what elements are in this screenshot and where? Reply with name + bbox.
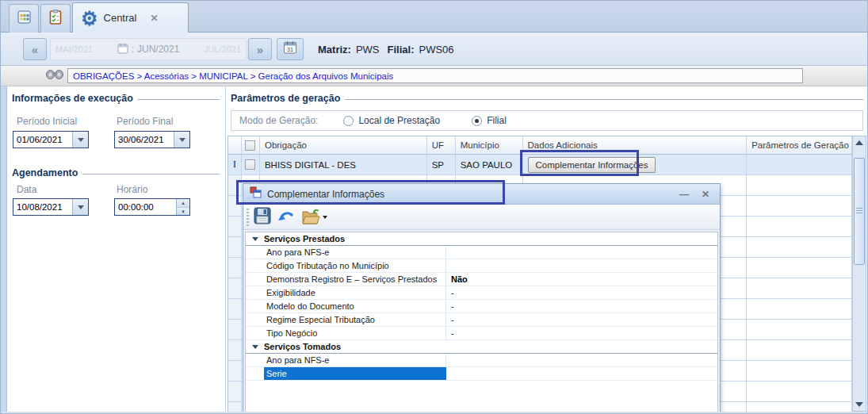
exec-section-title: Informações de execução: [12, 93, 133, 104]
property-value[interactable]: [446, 259, 717, 272]
property-row-serie[interactable]: Serie: [246, 367, 717, 381]
agendamento-section-title: Agendamento: [12, 167, 78, 178]
header-dados-adicionais[interactable]: Dados Adicionais: [523, 136, 748, 155]
data-dropdown[interactable]: [72, 199, 88, 215]
property-name: Ano para NFS-e: [264, 246, 446, 259]
scrollbar-thumb[interactable]: [854, 158, 865, 265]
property-row[interactable]: Ano para NFS-e: [246, 354, 717, 367]
radio-local-label: Local de Prestação: [358, 115, 440, 126]
cell-obrigacao: BHISS DIGITAL - DES: [260, 155, 427, 175]
dialog-toolbar: [243, 205, 720, 230]
property-value[interactable]: -: [446, 327, 717, 339]
row-checkbox[interactable]: [245, 159, 255, 170]
periodo-inicial-field[interactable]: 01/06/2021: [13, 131, 89, 148]
periodo-inicial-label: Período Inicial: [17, 116, 77, 127]
property-value[interactable]: [446, 354, 717, 366]
radio-selected-icon: [472, 116, 482, 126]
clipboard-icon: [49, 10, 62, 28]
next-period-button[interactable]: »: [248, 38, 272, 60]
header-obrigacao[interactable]: Obrigação: [260, 136, 427, 155]
header-uf[interactable]: UF: [427, 136, 456, 155]
row-indicator-cell: I: [228, 155, 242, 175]
property-value[interactable]: [446, 246, 717, 259]
collapse-icon[interactable]: [252, 345, 258, 349]
periodo-final-dropdown[interactable]: [174, 132, 189, 148]
calendar-button[interactable]: 31: [277, 38, 304, 60]
property-row[interactable]: Modelo do Documento -: [246, 300, 717, 313]
radio-unselected-icon: [343, 116, 354, 126]
group-servicos-tomados[interactable]: Serviços Tomados: [246, 340, 717, 354]
property-value[interactable]: Não: [446, 273, 717, 286]
tab-central[interactable]: ⚙ Central ✕: [72, 2, 189, 33]
tab-tasks[interactable]: [40, 4, 71, 33]
horario-spinner[interactable]: ▴ ▾: [176, 199, 189, 215]
data-value: 10/08/2021: [13, 199, 72, 215]
property-value[interactable]: -: [446, 313, 717, 326]
header-parametros[interactable]: Parâmetros de Geração: [747, 136, 852, 155]
periodo-final-label: Período Final: [117, 116, 173, 127]
property-name: Serie: [264, 367, 446, 380]
table-scrollbar[interactable]: [852, 136, 866, 412]
breadcrumb[interactable]: OBRIGAÇÕES > Acessórias > MUNICIPAL > Ge…: [67, 68, 803, 83]
property-value[interactable]: [446, 367, 717, 380]
property-row[interactable]: Código Tributação no Município: [246, 259, 717, 273]
gear-icon: ⚙: [81, 9, 98, 28]
row-checkbox-cell[interactable]: [242, 155, 260, 175]
tab-close-icon[interactable]: ✕: [150, 13, 158, 24]
undo-button[interactable]: [277, 206, 296, 228]
periodo-inicial-value: 01/06/2021: [13, 132, 72, 148]
header-checkbox-cell[interactable]: [242, 136, 260, 155]
panel-divider: [225, 86, 226, 412]
horario-field[interactable]: 00:00:00 ▴ ▾: [114, 198, 190, 216]
grid-icon: [17, 10, 31, 27]
header-municipio[interactable]: Município: [456, 136, 523, 155]
property-row[interactable]: Demonstra Registro E – Serviços Prestado…: [246, 273, 717, 286]
previous-period-button[interactable]: «: [23, 38, 47, 60]
cell-municipio: SAO PAULO: [456, 155, 523, 175]
spin-down-icon[interactable]: ▾: [177, 208, 189, 216]
exec-section-header: Informações de execução: [12, 93, 220, 104]
close-icon[interactable]: ✕: [698, 189, 713, 200]
table-row[interactable]: I BHISS DIGITAL - DES SP SAO PAULO Compl…: [228, 155, 852, 175]
property-name: Tipo Negócio: [264, 327, 446, 339]
chevron-down-icon: [78, 205, 84, 209]
property-name: Exigibilidade: [264, 286, 446, 299]
spin-up-icon[interactable]: ▴: [177, 199, 189, 208]
property-row[interactable]: Regime Especial Tributação -: [246, 313, 717, 327]
property-value[interactable]: -: [446, 286, 717, 299]
group-servicos-prestados[interactable]: Serviços Prestados: [246, 232, 717, 246]
matriz-label: Matriz:: [318, 44, 351, 56]
app-window: ⚙ Central ✕ « MAI/2021 : JUN/2021 JUL/20…: [0, 0, 868, 414]
property-row[interactable]: Ano para NFS-e: [246, 246, 717, 259]
data-field[interactable]: 10/08/2021: [13, 198, 89, 216]
header-indicator: [228, 136, 242, 155]
data-label: Data: [17, 184, 36, 195]
complementar-informacoes-button[interactable]: Complementar Informações: [528, 157, 656, 173]
open-folder-button[interactable]: [300, 208, 327, 227]
radio-filial-label: Filial: [487, 115, 507, 126]
periodo-inicial-dropdown[interactable]: [72, 132, 88, 148]
period-selector[interactable]: MAI/2021 : JUN/2021 JUL/2021: [50, 38, 247, 60]
minimize-icon[interactable]: —: [676, 189, 692, 200]
save-button[interactable]: [253, 206, 272, 228]
period-toolbar: « MAI/2021 : JUN/2021 JUL/2021 » 31 Matr…: [1, 33, 868, 66]
property-row[interactable]: Exigibilidade -: [246, 286, 717, 300]
property-value[interactable]: -: [446, 300, 717, 312]
scroll-down-icon[interactable]: [853, 398, 866, 411]
tab-grid[interactable]: [9, 4, 39, 33]
complementar-informacoes-dialog: Complementar Informações — ✕ Serviços Pr…: [243, 183, 721, 414]
scroll-up-icon[interactable]: [853, 136, 866, 149]
property-row[interactable]: Tipo Negócio -: [246, 327, 717, 340]
periodo-final-field[interactable]: 30/06/2021: [114, 131, 190, 148]
thumb-grip-icon: [856, 208, 862, 215]
period-previous-label: MAI/2021: [55, 44, 93, 54]
chevron-down-icon: [78, 138, 84, 142]
radio-filial[interactable]: Filial: [472, 115, 507, 126]
periodo-final-value: 30/06/2021: [115, 132, 174, 148]
radio-local-de-prestacao[interactable]: Local de Prestação: [343, 115, 440, 126]
period-next-label: JUL/2021: [204, 44, 241, 54]
collapse-icon[interactable]: [252, 237, 258, 241]
dialog-titlebar[interactable]: Complementar Informações — ✕: [243, 184, 720, 205]
period-current-label: JUN/2021: [137, 44, 179, 55]
select-all-checkbox[interactable]: [245, 140, 255, 151]
